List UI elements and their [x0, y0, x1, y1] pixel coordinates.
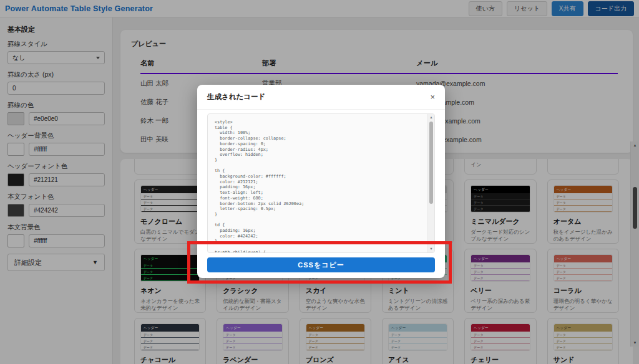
generated-code-text: <style> table { width: 100%; border-coll…: [208, 114, 434, 253]
modal-header: 生成されたコード ×: [197, 85, 445, 110]
modal-title: 生成されたコード: [207, 92, 265, 102]
code-scroll-up-arrow[interactable]: ▲: [428, 114, 434, 121]
close-icon[interactable]: ×: [430, 92, 435, 102]
code-scrollbar-thumb[interactable]: [429, 122, 433, 204]
generated-code-modal: 生成されたコード × <style> table { width: 100%; …: [197, 85, 445, 278]
copy-css-button[interactable]: CSSをコピー: [207, 257, 435, 272]
code-scroll-down-arrow[interactable]: ▼: [428, 246, 434, 252]
generated-code-box: <style> table { width: 100%; border-coll…: [207, 113, 435, 253]
code-scrollbar[interactable]: ▲ ▼: [427, 114, 434, 252]
